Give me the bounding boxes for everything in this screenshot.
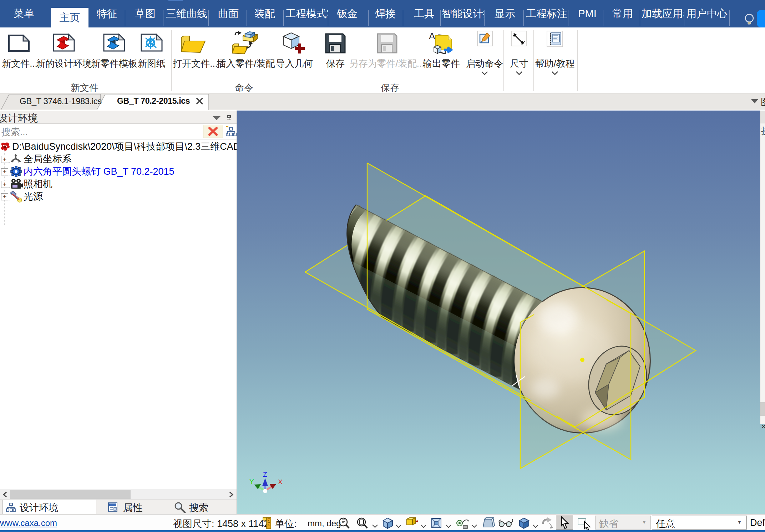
svg-text:X: X: [278, 478, 283, 486]
svg-text:Y: Y: [249, 478, 254, 485]
svg-text:Z: Z: [263, 471, 267, 478]
svg-text:A: A: [429, 31, 435, 41]
